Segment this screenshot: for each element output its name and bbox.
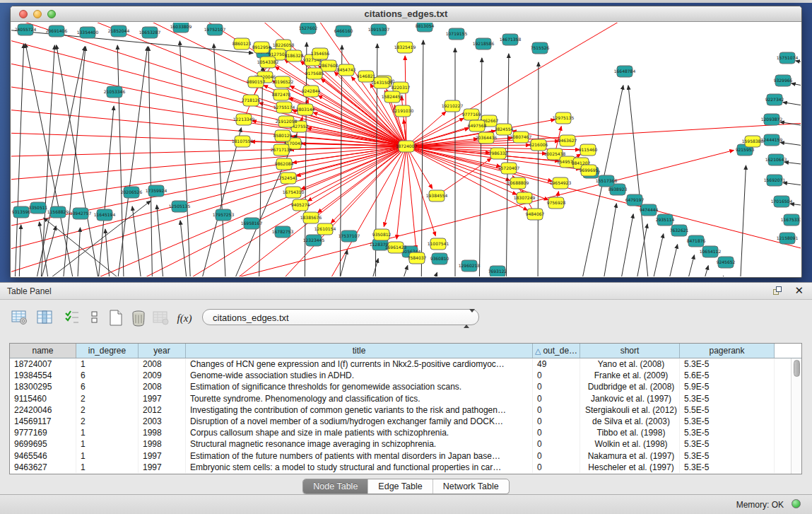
table-cell[interactable]: 5.6E-5 [680,370,775,381]
graph-node[interactable]: 3824554 [495,124,514,135]
table-cell[interactable]: Genome-wide association studies in ADHD. [186,370,533,381]
graph-node[interactable]: 15517368 [596,175,618,187]
graph-node[interactable]: 17016504 [771,196,793,207]
graph-node[interactable]: 13354400 [77,27,99,38]
table-cell[interactable]: 5.9E-5 [680,381,775,392]
table-cell[interactable]: Tourette syndrome. Phenomenology and cla… [186,393,533,404]
graph-node[interactable]: 2803144 [296,104,315,115]
table-cell[interactable]: Disruption of a novel member of a sodium… [186,416,533,427]
graph-node[interactable]: 24055724 [15,24,37,35]
table-cell[interactable]: 5.3E-5 [680,427,775,438]
graph-node[interactable]: 9227342 [765,94,784,105]
table-vertical-scrollbar[interactable] [791,358,801,474]
table-cell[interactable]: Structural magnetic resonance image aver… [186,438,533,450]
graph-node[interactable]: 7515526 [531,42,550,54]
graph-node[interactable]: 16648784 [614,66,636,77]
table-cell[interactable]: 2012 [139,404,186,416]
table-cell[interactable]: de Silva et al. (2003) [580,416,680,427]
graph-node[interactable]: 21852044 [108,25,130,37]
table-cell[interactable]: 5.5E-5 [680,404,775,416]
column-header-outde[interactable]: △out_de… [533,344,580,358]
table-cell[interactable]: 1997 [139,393,186,404]
delete-table-icon[interactable] [129,308,148,329]
table-settings-icon[interactable] [10,308,30,329]
graph-node[interactable]: 18325419 [394,42,416,53]
graph-node[interactable]: 10688809 [507,177,529,189]
graph-node[interactable]: 15751074 [777,52,799,64]
column-header-indegree[interactable]: in_degree [76,344,139,358]
table-cell[interactable]: 14569117 [10,416,76,427]
graph-node[interactable]: 12323445 [303,235,325,246]
graph-node[interactable]: 8580129 [273,130,293,141]
table-cell[interactable]: 2003 [139,416,186,427]
table-cell[interactable]: 2008 [139,381,186,392]
graph-node[interactable]: 21912058 [276,116,298,127]
table-cell[interactable]: Changes of HCN gene expression and I(f) … [186,358,533,370]
table-cell[interactable]: 5.3E-5 [680,416,775,427]
graph-node[interactable]: 12975135 [553,112,575,124]
table-cell[interactable]: 1998 [139,438,186,450]
graph-node[interactable]: 20691406 [46,25,68,37]
graph-node[interactable]: 14671358 [500,34,522,45]
network-canvas[interactable]: 2405572420691406133544002185204410653287… [11,23,801,276]
graph-node[interactable]: 9313596 [12,206,31,218]
graph-node[interactable]: 10915307 [368,24,390,35]
table-row[interactable]: 1830029562008Estimation of significance … [10,381,801,392]
graph-node[interactable]: 6216006 [529,139,548,151]
graph-node[interactable]: 8860123 [233,38,252,49]
table-cell[interactable]: 2009 [139,370,186,381]
graph-node[interactable]: 16210643 [765,154,787,165]
table-cell[interactable]: 18300295 [10,381,76,392]
table-cell[interactable]: 0 [533,427,580,438]
graph-node[interactable]: 12213349 [233,114,255,125]
graph-node[interactable]: 12610154 [314,223,336,235]
table-cell[interactable]: 49 [533,358,580,370]
table-cell[interactable]: 1998 [139,427,186,438]
graph-node[interactable]: 15824450 [382,91,404,103]
table-cell[interactable]: Tibbo et al. (1998) [580,427,680,438]
table-cell[interactable]: 1997 [139,462,186,473]
graph-node[interactable]: 17957253 [213,209,235,221]
scrollbar-thumb[interactable] [794,360,800,377]
graph-node[interactable]: 11431505 [371,77,393,88]
graph-node[interactable]: 2935114 [656,214,675,226]
table-cell[interactable]: Investigating the contribution of common… [186,404,533,416]
column-header-year[interactable]: year [139,344,186,358]
graph-node[interactable]: 8872478 [272,89,291,100]
column-header-title[interactable]: title [186,344,533,358]
network-window-titlebar[interactable]: citations_edges.txt [11,6,801,22]
table-row[interactable]: 946362711997Embryonic stem cells: a mode… [10,462,801,473]
table-cell[interactable]: 1 [76,438,139,450]
table-cell[interactable]: 9463627 [10,462,76,473]
graph-node[interactable]: 10807467 [510,132,532,143]
table-cell[interactable]: 5.3E-5 [680,462,775,473]
table-cell[interactable]: 9115460 [10,393,76,404]
table-row[interactable]: 946554611997Estimation of the future num… [10,450,801,462]
graph-node[interactable]: 12444159 [761,134,783,146]
table-cell[interactable]: 6 [76,370,139,381]
graph-node[interactable]: 16958167 [241,218,263,229]
graph-node[interactable]: 19752107 [204,24,226,35]
table-cell[interactable]: 0 [533,404,580,416]
float-panel-icon[interactable] [772,286,784,297]
row-height-icon[interactable] [85,308,105,329]
table-cell[interactable]: 2 [76,404,139,416]
graph-node[interactable]: 9484067 [526,209,545,220]
graph-node[interactable]: 9329966 [774,75,793,86]
table-cell[interactable]: 18724007 [10,358,76,370]
graph-node[interactable]: 10653287 [139,27,161,38]
graph-node[interactable]: 7693122 [488,266,507,276]
graph-node[interactable]: 15958380 [742,136,764,147]
graph-node[interactable]: 10543382 [257,57,279,68]
graph-node[interactable]: 11007541 [428,238,449,250]
show-columns-icon[interactable] [35,308,55,329]
graph-node[interactable]: 16961423 [385,242,407,253]
table-cell[interactable]: 0 [533,450,580,462]
tab-node-table[interactable]: Node Table [303,479,367,493]
graph-node[interactable]: 19654923 [550,177,572,189]
graph-node[interactable]: 18724007 [396,141,418,152]
table-cell[interactable]: 2008 [139,358,186,370]
graph-node[interactable]: 18385676 [300,212,322,223]
table-cell[interactable]: 5.3E-5 [680,450,775,462]
table-cell[interactable]: Dudbridge et al. (2008) [580,381,680,392]
